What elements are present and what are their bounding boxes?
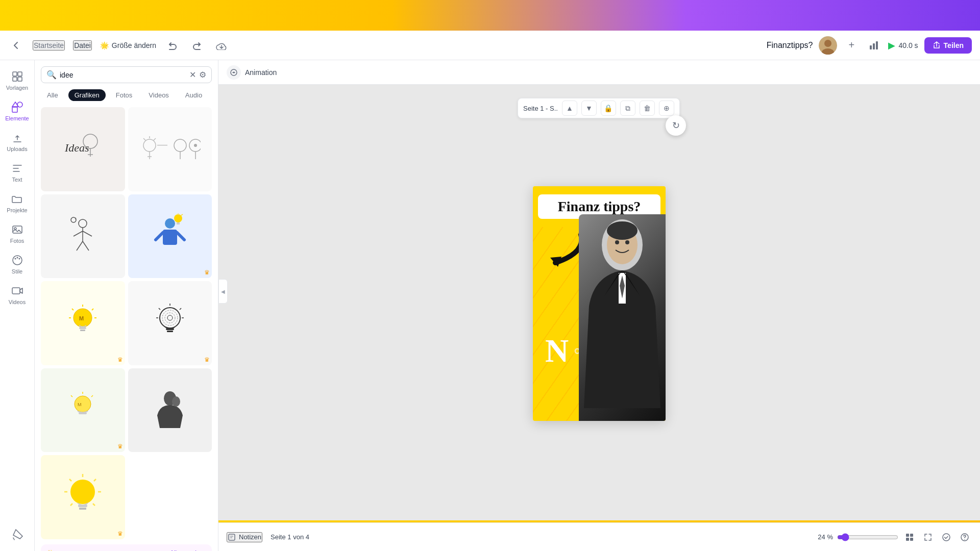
svg-line-39 [83,231,92,236]
design-card[interactable]: Finanz tipps? N °° [533,186,666,421]
slide-delete-button[interactable]: 🗑 [640,101,655,116]
svg-point-16 [14,258,16,260]
sidebar-item-projekte[interactable]: Projekte [0,189,34,217]
tab-audio[interactable]: Audio [179,89,208,101]
notes-label: Notizen [239,533,261,541]
graphic-item-person-idea[interactable]: ♛ [128,194,212,279]
sidebar: Vorlagen Elemente Uploads Text Projekte [0,60,35,551]
tab-alle[interactable]: Alle [41,89,64,101]
check-button[interactable] [939,530,953,544]
undo-icon [168,41,177,50]
premium-badge-5: ♛ [117,530,123,537]
undo-button[interactable] [164,37,181,54]
notes-icon [228,533,236,541]
sidebar-label-fotos: Fotos [10,238,24,244]
slide-add-button[interactable]: ⊕ [659,101,674,116]
tab-fotos[interactable]: Fotos [110,89,139,101]
sidebar-item-elemente[interactable]: Elemente [0,97,34,126]
slide-up-button[interactable]: ▲ [562,101,577,116]
zoom-slider[interactable] [837,533,898,541]
analytics-button[interactable] [866,37,882,54]
sidebar-label-videos: Videos [9,299,26,305]
help-button[interactable] [958,530,972,544]
status-bar: Notizen Seite 1 von 4 24 % [218,522,980,551]
resize-button[interactable]: 🌟 Größe ändern [100,41,156,49]
svg-point-60 [160,308,180,328]
svg-line-40 [77,241,83,251]
tab-videos[interactable]: Videos [142,89,175,101]
svg-rect-155 [906,538,909,541]
cloud-icon [216,41,227,50]
refresh-button[interactable]: ↻ [666,115,686,136]
svg-line-57 [72,309,74,310]
filter-button[interactable]: ⚙ [199,70,206,80]
slide-copy-button[interactable]: ⧉ [620,101,635,116]
animation-label[interactable]: Animation [245,68,277,77]
avatar[interactable] [819,36,837,55]
svg-point-17 [16,257,18,259]
slide-down-button[interactable]: ▼ [581,101,597,116]
sidebar-label-elemente: Elemente [5,115,29,121]
svg-line-75 [71,395,72,397]
hide-panel-button[interactable]: ◀ [218,279,228,304]
video-icon [11,285,23,297]
graphic-item-thinking-person[interactable] [128,368,212,453]
header-left: Startseite Datei 🌟 Größe ändern [8,37,761,54]
graphic-item-ideas[interactable]: Ideas [41,107,125,191]
sidebar-label-stile: Stile [12,268,22,274]
animation-icon[interactable] [227,65,241,80]
slide-lock-button[interactable]: 🔒 [601,101,616,116]
cloud-save-button[interactable] [213,37,230,54]
tab-grafiken[interactable]: Grafiken [68,89,106,101]
sidebar-item-vorlagen[interactable]: Vorlagen [0,66,34,95]
sidebar-item-uploads[interactable]: Uploads [0,128,34,156]
back-button[interactable] [8,37,24,54]
svg-line-55 [92,309,93,310]
svg-rect-6 [13,72,17,76]
clear-search-button[interactable]: ✕ [189,70,196,80]
share-button[interactable]: Teilen [924,37,972,54]
graphic-item-bulb-outline2[interactable]: ♛ [128,281,212,365]
grid-view-button[interactable] [902,530,917,544]
svg-rect-10 [12,107,17,112]
svg-point-149 [625,240,629,244]
svg-rect-81 [79,508,86,510]
play-button[interactable]: ▶ 40.0 s [888,40,918,51]
notes-button[interactable]: Notizen [227,532,262,542]
svg-point-18 [18,258,20,260]
home-label: Startseite [34,41,64,49]
svg-rect-3 [870,45,872,49]
svg-rect-61 [166,328,174,330]
svg-text:M: M [79,315,84,321]
svg-point-71 [75,396,91,412]
fullscreen-button[interactable] [921,530,935,544]
person-idea-graphic [150,213,190,259]
search-input[interactable] [60,71,186,79]
home-button[interactable]: Startseite [33,40,65,51]
sidebar-item-stile[interactable]: Stile [0,250,34,279]
sidebar-item-brush[interactable] [0,524,34,545]
svg-line-28 [154,138,156,140]
graphic-item-small-bulb[interactable]: M ♛ [41,368,125,453]
photo-icon [11,223,23,236]
file-button[interactable]: Datei [73,40,92,51]
canvas-area[interactable]: Seite 1 - S.. ▲ ▼ 🔒 ⧉ 🗑 ⊕ ↻ Finanz tipps… [218,85,980,522]
graphic-item-bulb-series[interactable]: — [128,107,212,191]
add-collaborator-button[interactable]: + [843,37,860,54]
magic-recommendation-section: ✨ Magische Empfehlung... Alle anzeigen [41,544,212,552]
sidebar-item-text[interactable]: Text [0,158,34,187]
svg-rect-52 [79,327,86,329]
avatar-icon [819,36,837,55]
graphic-grid-row3: M ♛ ♛ [41,281,212,365]
project-title[interactable]: Finanztipps? [767,41,813,50]
sidebar-item-videos[interactable]: Videos [0,281,34,309]
zoom-percent: 24 % [818,533,833,541]
graphic-item-golden-bulb[interactable]: M ♛ [41,281,125,365]
sidebar-label-projekte: Projekte [7,207,27,213]
header-toolbar: Startseite Datei 🌟 Größe ändern [0,31,980,60]
graphic-item-blank[interactable] [41,194,125,279]
sidebar-item-fotos[interactable]: Fotos [0,219,34,248]
redo-button[interactable] [189,37,205,54]
svg-point-1 [824,40,831,47]
graphic-item-bright-bulb[interactable]: ♛ [41,455,125,539]
